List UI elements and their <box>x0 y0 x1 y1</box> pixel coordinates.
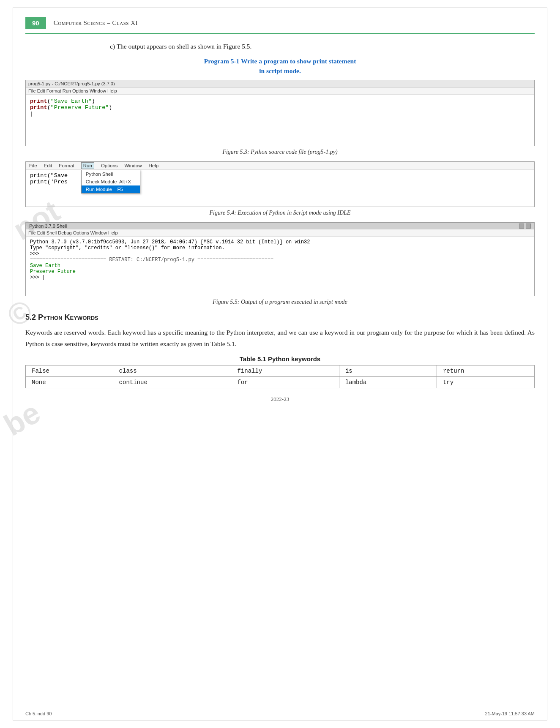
program-caption-line1: Program 5-1 Write a program to show prin… <box>25 56 535 66</box>
table-cell: continue <box>113 376 231 388</box>
figure55-box: Python 3.7.0 Shell File Edit Shell Debug… <box>25 222 535 296</box>
shell-output2: Preserve Future <box>30 269 530 275</box>
section52-heading: 5.2 Python Keywords <box>25 313 535 322</box>
figure54-caption: Figure 5.4: Execution of Python in Scrip… <box>25 210 535 216</box>
figure54-menubar: File Edit Format Run Python Shell Check … <box>26 162 534 170</box>
menu-edit[interactable]: Edit <box>44 163 52 168</box>
maximize-btn[interactable] <box>526 224 531 229</box>
dropdown-check-module[interactable]: Check Module Alt+X <box>82 178 140 185</box>
run-dropdown: Python Shell Check Module Alt+X Run Modu… <box>81 170 140 194</box>
table-cell: for <box>231 376 339 388</box>
border-right <box>547 8 547 720</box>
figure55-caption: Figure 5.5: Output of a program executed… <box>25 299 535 305</box>
table-cell: is <box>339 365 437 376</box>
keywords-table: FalseclassfinallyisreturnNonecontinuefor… <box>25 365 535 388</box>
figure53-code-line1: print("Save Earth") <box>30 98 530 104</box>
footer-right: 21-May-19 11:57:33 AM <box>485 711 535 716</box>
footer-info: Ch 5.indd 90 21-May-19 11:57:33 AM <box>25 711 535 716</box>
table-row: Falseclassfinallyisreturn <box>26 365 535 376</box>
table-cell: False <box>26 365 113 376</box>
menu-run[interactable]: Run Python Shell Check Module Alt+X Run … <box>81 163 94 168</box>
table-cell: finally <box>231 365 339 376</box>
border-bottom <box>13 720 547 720</box>
header-title: Computer Science – Class XI <box>54 19 138 27</box>
page-header: 90 Computer Science – Class XI <box>25 13 535 33</box>
section52-body: Keywords are reserved words. Each keywor… <box>25 327 535 349</box>
table51-caption: Table 5.1 Python keywords <box>25 355 535 363</box>
page-number: 90 <box>25 17 46 29</box>
dropdown-run-module[interactable]: Run Module F5 <box>82 185 140 193</box>
footer-left: Ch 5.indd 90 <box>25 711 52 716</box>
section52-heading-text: 5.2 Python Keywords <box>25 313 98 322</box>
shell-title-text: Python 3.7.0 Shell <box>29 224 67 229</box>
table-row: Nonecontinueforlambdatry <box>26 376 535 388</box>
menu-options[interactable]: Options <box>101 163 118 168</box>
figure54-box: File Edit Format Run Python Shell Check … <box>25 161 535 207</box>
menu-format[interactable]: Format <box>59 163 74 168</box>
figure53-caption: Figure 5.3: Python source code file (pro… <box>25 149 535 155</box>
menu-file[interactable]: File <box>29 163 37 168</box>
page-footer: 2022-23 <box>25 396 535 415</box>
border-top <box>13 8 547 8</box>
figure53-titlebar: prog5-1.py - C:/NCERT/prog5-1.py (3.7.0) <box>26 80 534 87</box>
figure53-code: print("Save Earth") print("Preserve Futu… <box>26 95 534 146</box>
footer-year: 2022-23 <box>271 396 289 402</box>
program-caption-line2: in script mode. <box>25 66 535 76</box>
menu-window[interactable]: Window <box>125 163 142 168</box>
figure53-cursor: | <box>30 111 530 117</box>
figure53-box: prog5-1.py - C:/NCERT/prog5-1.py (3.7.0)… <box>25 80 535 146</box>
figure55-code: Python 3.7.0 (v3.7.0:1bf9cc5093, Jun 27 … <box>26 237 534 296</box>
main-content: c) The output appears on shell as shown … <box>25 41 535 415</box>
shell-separator: ========================= RESTART: C:/NC… <box>30 257 530 263</box>
figure55-titlebar: Python 3.7.0 Shell <box>26 223 534 229</box>
figure53-menubar: File Edit Format Run Options Window Help <box>26 87 534 95</box>
program-caption: Program 5-1 Write a program to show prin… <box>25 56 535 76</box>
run-label[interactable]: Run <box>81 162 94 169</box>
table-cell: return <box>437 365 534 376</box>
shell-prompt1: >>> <box>30 251 530 257</box>
menu-help[interactable]: Help <box>148 163 158 168</box>
minimize-btn[interactable] <box>519 224 524 229</box>
figure55-menubar: File Edit Shell Debug Options Window Hel… <box>26 229 534 237</box>
shell-copyright-line: Type "copyright", "credits" or "license(… <box>30 245 530 251</box>
table-cell: lambda <box>339 376 437 388</box>
item-c-text: c) The output appears on shell as shown … <box>110 41 535 52</box>
table-cell: class <box>113 365 231 376</box>
shell-version-line: Python 3.7.0 (v3.7.0:1bf9cc5093, Jun 27 … <box>30 239 530 245</box>
dropdown-python-shell[interactable]: Python Shell <box>82 170 140 178</box>
window-controls <box>519 224 531 229</box>
table-cell: None <box>26 376 113 388</box>
figure53-code-line2: print("Preserve Future") <box>30 104 530 111</box>
table-cell: try <box>437 376 534 388</box>
border-left <box>13 8 13 720</box>
shell-prompt2: >>> | <box>30 275 530 281</box>
shell-output1: Save Earth <box>30 263 530 269</box>
header-rule <box>25 33 535 34</box>
intro-section: c) The output appears on shell as shown … <box>110 41 535 52</box>
